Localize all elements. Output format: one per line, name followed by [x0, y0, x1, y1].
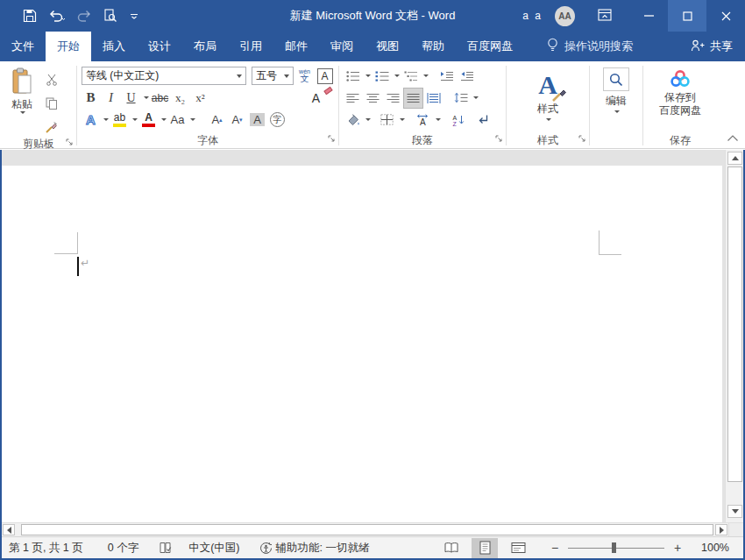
zoom-level[interactable]: 100% — [694, 542, 729, 554]
document-page[interactable]: ↵ — [2, 166, 722, 522]
decrease-indent-button[interactable] — [437, 67, 456, 86]
avatar[interactable]: AA — [555, 6, 575, 26]
cut-icon[interactable] — [42, 70, 60, 89]
font-size-dropdown-arrow[interactable] — [284, 74, 289, 78]
maximize-restore-button[interactable] — [668, 0, 706, 32]
zoom-in-button[interactable]: + — [671, 541, 684, 555]
italic-button[interactable]: I — [102, 89, 120, 108]
scroll-right-arrow[interactable] — [715, 524, 727, 535]
tab-baidu-netdisk[interactable]: 百度网盘 — [456, 32, 524, 61]
print-preview-icon[interactable] — [103, 9, 117, 23]
subscript-button[interactable]: x₂ — [171, 89, 189, 108]
scroll-left-arrow[interactable] — [3, 524, 15, 535]
character-shading-button[interactable]: A — [248, 110, 266, 130]
redo-button-disabled[interactable] — [77, 10, 91, 22]
web-layout-button[interactable] — [505, 538, 531, 558]
tab-file[interactable]: 文件 — [0, 32, 46, 61]
undo-button[interactable] — [49, 10, 65, 22]
numbered-list-dropdown-arrow[interactable] — [394, 74, 400, 77]
change-case-dropdown-arrow[interactable] — [190, 118, 195, 121]
highlight-dropdown-arrow[interactable] — [132, 118, 138, 121]
zoom-slider[interactable] — [568, 542, 664, 554]
font-size-combobox[interactable]: 五号 — [252, 67, 294, 85]
language-indicator[interactable]: 中文(中国) — [188, 541, 239, 556]
close-button[interactable] — [706, 0, 745, 32]
clipboard-dialog-launcher-icon[interactable] — [66, 136, 73, 148]
show-hide-marks-button[interactable] — [473, 110, 492, 130]
asian-layout-dropdown-arrow[interactable] — [436, 118, 441, 121]
align-right-button[interactable] — [384, 89, 402, 108]
save-icon[interactable] — [23, 9, 37, 23]
align-center-button[interactable] — [364, 89, 382, 108]
font-name-combobox[interactable]: 等线 (中文正文) — [82, 67, 246, 85]
phonetic-guide-button[interactable]: wén 文 — [295, 67, 314, 86]
page-count-indicator[interactable]: 第 1 页, 共 1 页 — [9, 541, 83, 556]
change-case-button[interactable]: Aa — [168, 110, 187, 130]
clear-formatting-button[interactable]: A — [307, 89, 325, 108]
character-border-button[interactable]: A — [316, 67, 334, 86]
horizontal-scrollbar-thumb[interactable] — [21, 524, 713, 535]
tell-me-search[interactable]: 操作说明搜索 — [547, 32, 633, 61]
customize-qat-chevron-icon[interactable] — [130, 12, 138, 19]
borders-dropdown-arrow[interactable] — [400, 118, 405, 121]
numbered-list-button[interactable] — [372, 67, 391, 86]
shading-button[interactable] — [344, 110, 362, 130]
accessibility-status[interactable]: 辅助功能: 一切就绪 — [276, 541, 370, 556]
asian-layout-button[interactable]: A — [414, 110, 432, 130]
format-painter-icon[interactable] — [42, 117, 60, 137]
line-spacing-button[interactable] — [451, 89, 470, 108]
distributed-button[interactable] — [424, 89, 443, 108]
tab-mailings[interactable]: 邮件 — [273, 32, 319, 61]
enclose-characters-button[interactable]: 字 — [268, 110, 287, 130]
vertical-scrollbar[interactable] — [725, 150, 743, 522]
borders-button[interactable] — [378, 110, 396, 130]
tab-insert[interactable]: 插入 — [91, 32, 137, 61]
proofing-status-icon[interactable] — [158, 542, 173, 555]
underline-button[interactable]: U — [122, 89, 140, 108]
paste-button[interactable]: 粘贴 — [2, 65, 42, 137]
bold-button[interactable]: B — [82, 89, 100, 108]
sort-button[interactable]: AZ — [450, 110, 468, 130]
highlight-color-button[interactable]: ab — [110, 110, 129, 130]
font-dialog-launcher-icon[interactable] — [328, 132, 335, 145]
line-spacing-dropdown-arrow[interactable] — [473, 96, 479, 99]
multilevel-list-dropdown-arrow[interactable] — [423, 74, 429, 77]
zoom-slider-thumb[interactable] — [612, 542, 616, 553]
copy-icon[interactable] — [42, 94, 60, 113]
zoom-out-button[interactable]: − — [549, 541, 561, 555]
scroll-down-arrow[interactable] — [727, 505, 742, 518]
align-left-button[interactable] — [344, 89, 362, 108]
styles-dialog-launcher-icon[interactable] — [578, 132, 585, 145]
account-name[interactable]: a a — [522, 10, 543, 22]
accessibility-icon[interactable] — [259, 542, 273, 555]
multilevel-list-button[interactable] — [401, 67, 420, 86]
styles-button[interactable]: A 样式 — [530, 65, 565, 132]
share-button[interactable]: 共享 — [691, 32, 733, 61]
paragraph-dialog-launcher-icon[interactable] — [495, 132, 502, 145]
word-count-indicator[interactable]: 0 个字 — [108, 541, 138, 556]
horizontal-scrollbar[interactable] — [2, 522, 743, 536]
font-name-dropdown-arrow[interactable] — [237, 74, 242, 78]
save-to-baidu-netdisk-button[interactable]: 保存到 百度网盘 — [659, 65, 701, 132]
bullet-list-dropdown-arrow[interactable] — [365, 74, 371, 77]
tab-references[interactable]: 引用 — [228, 32, 273, 61]
justify-button-selected[interactable] — [404, 89, 422, 108]
tab-help[interactable]: 帮助 — [410, 32, 456, 61]
grow-font-button[interactable]: A — [208, 110, 226, 130]
tab-design[interactable]: 设计 — [137, 32, 182, 61]
collapse-ribbon-chevron-icon[interactable] — [727, 131, 739, 145]
bullet-list-button[interactable] — [344, 67, 362, 86]
font-color-button[interactable]: A — [139, 110, 158, 130]
increase-indent-button[interactable] — [458, 67, 476, 86]
underline-dropdown-arrow[interactable] — [144, 96, 149, 99]
minimize-button[interactable] — [629, 0, 668, 32]
text-effects-dropdown-arrow[interactable] — [103, 118, 109, 121]
scroll-up-arrow[interactable] — [727, 152, 742, 165]
strikethrough-button[interactable]: abc — [151, 89, 169, 108]
ribbon-display-options-icon[interactable] — [598, 9, 612, 24]
editing-button[interactable]: 编辑 — [603, 65, 629, 132]
superscript-button[interactable]: x² — [191, 89, 209, 108]
vertical-scrollbar-thumb[interactable] — [727, 167, 742, 482]
text-effects-button[interactable]: A — [82, 110, 100, 130]
tab-home[interactable]: 开始 — [46, 32, 91, 61]
